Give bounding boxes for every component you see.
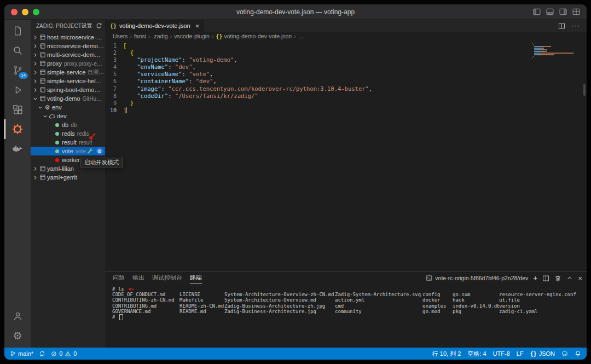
refresh-icon[interactable] — [96, 22, 102, 29]
breadcrumb-item[interactable]: .zadig — [153, 33, 168, 39]
panel-tab-terminal[interactable]: 终端 — [190, 272, 202, 284]
layout-controls — [533, 8, 580, 15]
chevron-right-icon[interactable] — [32, 70, 38, 75]
split-editor-button[interactable] — [558, 22, 565, 30]
tree-item-env[interactable]: ⚙env — [31, 103, 105, 112]
title-bar[interactable]: voting-demo-dev-vote.json — voting-app — [4, 4, 587, 20]
encoding-indicator[interactable]: UTF-8 — [493, 350, 510, 357]
feedback-button[interactable] — [561, 350, 568, 357]
eol-indicator[interactable]: LF — [517, 350, 524, 357]
cursor-position[interactable]: 行 10, 列 2 — [432, 350, 461, 358]
code-editor[interactable]: 12345678910 [ { "projectName": "voting-d… — [105, 41, 587, 271]
breadcrumb-item[interactable]: … — [298, 33, 304, 39]
activity-explorer[interactable] — [4, 21, 31, 41]
wrench-icon[interactable] — [87, 148, 94, 154]
gear-icon[interactable]: ⚙ — [96, 147, 103, 155]
zoom-window-button[interactable] — [33, 9, 39, 15]
terminal-prompt[interactable]: # — [112, 314, 587, 320]
tree-item-microservice-demo[interactable]: microservice-demo… — [31, 42, 105, 50]
more-actions-button[interactable]: ··· — [572, 22, 580, 30]
breadcrumb-item[interactable]: {}voting-demo-dev-vote.json — [216, 33, 292, 39]
editor-tab[interactable]: {} voting-demo-dev-vote.json × — [105, 20, 204, 32]
tree-item-yaml-gerrit[interactable]: yaml+gerrit — [31, 173, 105, 182]
tree-item-db[interactable]: dbdb — [31, 120, 105, 129]
close-panel-button[interactable]: × — [578, 275, 582, 282]
close-window-button[interactable] — [11, 9, 18, 15]
language-indicator[interactable]: {} JSON — [530, 350, 555, 357]
repo-icon — [38, 165, 47, 172]
terminal-view[interactable]: # ls←CODE_OF_CONDUCT.mdLICENSESystem-Arc… — [105, 284, 587, 348]
tree-item-simple-service-hel[interactable]: simple-service-hel… — [31, 77, 105, 85]
file-name: CONTRIBUTING-zh-CN.md — [112, 297, 179, 303]
minimap[interactable] — [532, 43, 579, 59]
tree-item-proxy[interactable]: proxyproxy.proxy-e… — [31, 59, 105, 68]
activity-zadig[interactable] — [4, 119, 31, 139]
activity-run-debug[interactable] — [4, 80, 31, 100]
tree-item-label: env — [52, 104, 62, 111]
language-label: JSON — [539, 350, 555, 357]
warning-icon — [65, 351, 71, 357]
chevron-right-icon[interactable] — [32, 35, 38, 40]
code-line: "projectName": "voting-demo", — [123, 56, 372, 63]
activity-source-control[interactable]: 14 — [4, 60, 31, 80]
activity-manage[interactable]: ⚙ — [4, 326, 31, 345]
chevron-down-icon[interactable] — [42, 114, 48, 119]
tree-item-label: simple-service — [47, 69, 85, 76]
chevron-down-icon[interactable] — [37, 105, 43, 110]
sync-button[interactable] — [39, 350, 45, 357]
activity-docker[interactable] — [4, 139, 31, 159]
chevron-right-icon[interactable] — [32, 88, 38, 93]
chevron-right-icon[interactable] — [32, 53, 38, 57]
vscode-window: voting-demo-dev-vote.json — voting-app 1… — [4, 4, 587, 360]
minimize-window-button[interactable] — [22, 9, 28, 15]
tree-item-dev[interactable]: dev — [31, 112, 105, 120]
panel-tab-problems[interactable]: 问题 — [113, 272, 125, 284]
activity-accounts[interactable] — [4, 306, 31, 326]
tree-item-label: vote — [62, 148, 73, 154]
sidebar-settings-button[interactable]: 设置 — [82, 22, 92, 30]
repo-icon — [38, 51, 47, 58]
terminal-selector-label: vote-rc-origin-5f86d7bf46-p2n28/dev — [435, 275, 528, 281]
chevron-right-icon[interactable] — [32, 61, 38, 66]
problems-indicator[interactable]: 0 0 — [51, 350, 77, 357]
kill-terminal-icon[interactable] — [554, 275, 561, 282]
line-number: 2 — [105, 49, 117, 56]
notifications-button[interactable] — [575, 350, 581, 357]
split-terminal-button[interactable] — [542, 275, 549, 282]
tree-item-voting-demo[interactable]: voting-demoGitHu… — [31, 94, 105, 103]
chevron-right-icon[interactable] — [32, 175, 38, 180]
chevron-right-icon[interactable] — [32, 166, 38, 171]
indentation-indicator[interactable]: 空格: 4 — [467, 350, 486, 358]
code-line: [ — [123, 42, 372, 49]
breadcrumb-item[interactable]: vscode-plugin — [174, 33, 210, 39]
terminal-selector[interactable]: vote-rc-origin-5f86d7bf46-p2n28/dev — [426, 275, 528, 281]
editor-scrollbar[interactable] — [583, 84, 586, 96]
layout-panel-icon[interactable] — [546, 8, 554, 15]
layout-sidebar-icon[interactable] — [533, 8, 541, 15]
panel-tab-debug-console[interactable]: 调试控制台 — [152, 272, 182, 284]
activity-extensions[interactable] — [4, 100, 31, 119]
panel-actions: vote-rc-origin-5f86d7bf46-p2n28/dev + × — [426, 274, 582, 282]
close-tab-icon[interactable]: × — [195, 22, 200, 30]
editor-area: {} voting-demo-dev-vote.json × ··· Users… — [105, 20, 587, 348]
branch-indicator[interactable]: main* — [10, 350, 33, 357]
layout-secondary-sidebar-icon[interactable] — [559, 8, 567, 15]
tree-item-spring-boot-demo[interactable]: spring-boot-demo… — [31, 85, 105, 94]
chevron-right-icon[interactable] — [32, 79, 38, 84]
chevron-down-icon[interactable] — [32, 96, 38, 101]
breadcrumb-item[interactable]: fansi — [134, 33, 146, 39]
maximize-panel-button[interactable] — [566, 275, 573, 281]
tree-item-vote[interactable]: votevote⚙ — [31, 147, 105, 155]
chevron-right-icon[interactable] — [32, 44, 38, 49]
tree-item-multi-service-demo[interactable]: multi-service-dem… — [31, 50, 105, 59]
tree-item-host-microservice[interactable]: host-microservice-… — [31, 33, 105, 42]
panel-tab-output[interactable]: 输出 — [132, 272, 144, 284]
breadcrumb-item[interactable]: Users — [113, 33, 128, 39]
activity-search[interactable] — [4, 41, 31, 60]
code-content: [ { "projectName": "voting-demo", "envNa… — [123, 42, 372, 271]
customize-layout-icon[interactable] — [572, 8, 580, 15]
tree-item-simple-service[interactable]: simple-service自测… — [31, 68, 105, 77]
new-terminal-button[interactable]: + — [533, 274, 537, 282]
line-number: 9 — [105, 100, 117, 107]
editor-tab-bar: {} voting-demo-dev-vote.json × ··· — [105, 20, 587, 32]
